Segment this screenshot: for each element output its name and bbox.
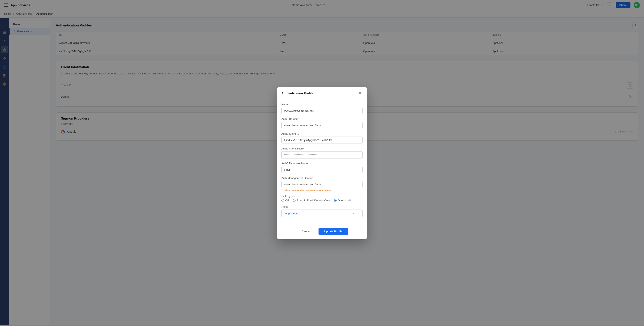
auth0-client-id-input[interactable] bbox=[281, 137, 363, 144]
name-label: Name bbox=[281, 103, 363, 106]
auth0-client-id-label: Auth0 Client ID bbox=[281, 132, 363, 135]
role-tag-label: AppUser bbox=[285, 212, 295, 215]
authentication-profile-modal: Authentication Profile × Name Auth0 Doma… bbox=[277, 87, 367, 239]
self-signup-specific-radio[interactable] bbox=[293, 199, 296, 202]
self-signup-field-group: Self Signup Off Specific Email Domain On… bbox=[281, 195, 363, 202]
modal-body: Name Auth0 Domain Auth0 Client ID Auth0 … bbox=[277, 99, 367, 224]
roles-field-group: Roles AppUser × × ⌄ bbox=[281, 205, 363, 217]
self-signup-off-option[interactable]: Off bbox=[281, 199, 289, 202]
auth0-domain-label: Auth0 Domain bbox=[281, 117, 363, 121]
self-signup-open-option[interactable]: Open to all bbox=[334, 199, 351, 202]
role-tag-remove[interactable]: × bbox=[296, 212, 297, 215]
role-tag-appuser: AppUser × bbox=[284, 212, 299, 215]
self-signup-radio-group: Off Specific Email Domain Only Open to a… bbox=[281, 199, 363, 202]
roles-actions: × ⌄ bbox=[352, 211, 360, 215]
roles-input[interactable]: AppUser × × ⌄ bbox=[281, 210, 363, 217]
auth0-client-secret-input[interactable] bbox=[281, 151, 363, 158]
auth-mgmt-domain-hint: This field is required when using a cust… bbox=[281, 189, 363, 191]
auth-mgmt-domain-input[interactable] bbox=[281, 181, 363, 188]
self-signup-open-label: Open to all bbox=[338, 199, 351, 202]
auth0-domain-input[interactable] bbox=[281, 122, 363, 129]
auth0-domain-field-group: Auth0 Domain bbox=[281, 117, 363, 129]
auth0-db-name-label: Auth0 Database Name bbox=[281, 162, 363, 165]
auth-mgmt-domain-field-group: Auth Management Domain This field is req… bbox=[281, 177, 363, 191]
self-signup-off-radio[interactable] bbox=[281, 199, 284, 202]
cancel-button[interactable]: Cancel bbox=[296, 228, 316, 235]
modal-title: Authentication Profile bbox=[281, 91, 314, 95]
auth-mgmt-domain-label: Auth Management Domain bbox=[281, 177, 363, 180]
modal-close-button[interactable]: × bbox=[357, 91, 363, 96]
roles-clear-button[interactable]: × bbox=[352, 211, 355, 215]
auth0-client-secret-label: Auth0 Client Secret bbox=[281, 147, 363, 150]
self-signup-label: Self Signup bbox=[281, 195, 363, 198]
self-signup-off-label: Off bbox=[285, 199, 289, 202]
name-input[interactable] bbox=[281, 107, 363, 114]
modal-overlay: Authentication Profile × Name Auth0 Doma… bbox=[0, 0, 644, 325]
modal-header: Authentication Profile × bbox=[277, 87, 367, 99]
auth0-db-name-field-group: Auth0 Database Name bbox=[281, 162, 363, 173]
name-field-group: Name bbox=[281, 103, 363, 114]
auth0-client-id-field-group: Auth0 Client ID bbox=[281, 132, 363, 144]
self-signup-specific-option[interactable]: Specific Email Domain Only bbox=[293, 199, 330, 202]
self-signup-specific-label: Specific Email Domain Only bbox=[297, 199, 330, 202]
auth0-client-secret-field-group: Auth0 Client Secret bbox=[281, 147, 363, 158]
self-signup-open-radio[interactable] bbox=[334, 199, 336, 202]
modal-footer: Cancel Update Profile bbox=[277, 224, 367, 239]
auth0-db-name-input[interactable] bbox=[281, 166, 363, 173]
update-profile-button[interactable]: Update Profile bbox=[318, 228, 348, 235]
roles-dropdown-button[interactable]: ⌄ bbox=[356, 211, 360, 215]
roles-label: Roles bbox=[281, 205, 363, 208]
